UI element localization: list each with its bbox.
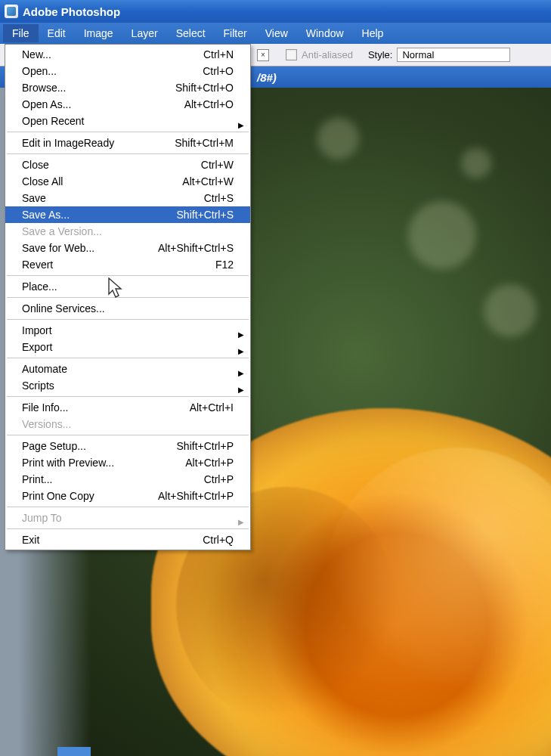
window-title: Adobe Photoshop [23,5,120,18]
menu-item-accel: Shift+Ctrl+P [177,440,234,452]
menu-item-label: Close All [22,175,182,187]
style-select[interactable]: Normal [397,48,510,62]
file-menu-item-save-for-web[interactable]: Save for Web...Alt+Shift+Ctrl+S [5,240,250,256]
file-menu-item-print-with-preview[interactable]: Print with Preview...Alt+Ctrl+P [5,454,250,471]
file-menu-item-versions: Versions... [5,416,250,432]
file-menu-item-export[interactable]: Export [5,339,250,355]
file-menu-item-print[interactable]: Print...Ctrl+P [5,471,250,488]
file-menu-item-open-as[interactable]: Open As...Alt+Ctrl+O [5,96,250,113]
menu-item-label: Import [22,324,234,336]
menu-item-label: Open Recent [22,115,234,127]
menu-separator [7,275,249,276]
menu-item-accel: Ctrl+Q [203,534,234,546]
menu-separator [7,297,249,298]
menu-item-label: Print... [22,473,204,485]
menu-separator [7,435,249,435]
menu-item-accel: Ctrl+O [203,65,234,77]
menu-item-accel: Alt+Ctrl+P [185,457,234,469]
file-menu-item-new[interactable]: New...Ctrl+N [5,46,250,63]
menu-item-accel: Shift+Ctrl+S [177,209,234,221]
menu-item-label: Print One Copy [22,490,158,502]
anti-aliased-label: Anti-aliased [302,49,353,60]
file-menu-item-close[interactable]: CloseCtrl+W [5,156,250,173]
window-titlebar[interactable]: Adobe Photoshop [0,0,551,23]
menu-item-label: Save As... [22,209,177,221]
menu-item-label: Online Services... [22,302,234,314]
menu-separator [7,319,249,320]
file-menu-item-import[interactable]: Import [5,322,250,339]
file-menu-item-scripts[interactable]: Scripts [5,377,250,394]
menu-item-label: Versions... [22,418,234,430]
file-menu-item-browse[interactable]: Browse...Shift+Ctrl+O [5,79,250,96]
anti-aliased-checkbox[interactable] [286,49,297,60]
menu-item-file[interactable]: File [3,24,39,42]
file-menu-item-online-services[interactable]: Online Services... [5,300,250,317]
menu-item-label: Save a Version... [22,225,234,237]
menu-item-edit[interactable]: Edit [39,24,75,42]
menu-item-label: File Info... [22,401,190,414]
menu-item-accel: Ctrl+N [203,48,234,60]
menu-item-label: Close [22,159,201,171]
bottom-marker [57,747,91,756]
menu-item-label: New... [22,48,203,60]
menu-item-accel: Alt+Ctrl+O [184,98,234,110]
file-menu-item-edit-in-imageready[interactable]: Edit in ImageReadyShift+Ctrl+M [5,135,250,151]
menu-item-accel: Alt+Shift+Ctrl+P [158,490,234,502]
menu-item-label: Save [22,192,204,204]
file-menu-dropdown: New...Ctrl+NOpen...Ctrl+OBrowse...Shift+… [5,44,251,550]
menu-item-window[interactable]: Window [297,24,353,42]
menu-item-label: Page Setup... [22,440,177,452]
menu-item-label: Edit in ImageReady [22,137,175,149]
menu-separator [7,396,249,397]
file-menu-item-revert[interactable]: RevertF12 [5,256,250,273]
menu-item-label: Revert [22,259,215,271]
menu-item-help[interactable]: Help [353,24,393,42]
menu-item-image[interactable]: Image [75,24,122,42]
file-menu-item-page-setup[interactable]: Page Setup...Shift+Ctrl+P [5,438,250,454]
menu-item-accel: Alt+Ctrl+I [190,401,234,414]
menu-item-accel: Ctrl+W [201,159,234,171]
menu-item-label: Automate [22,363,234,375]
menu-item-label: Scripts [22,380,234,392]
menu-item-select[interactable]: Select [167,24,215,42]
file-menu-item-save[interactable]: SaveCtrl+S [5,190,250,206]
file-menu-item-open[interactable]: Open...Ctrl+O [5,63,250,79]
file-menu-item-exit[interactable]: ExitCtrl+Q [5,531,250,548]
file-menu-item-save-a-version: Save a Version... [5,223,250,240]
menu-separator [7,132,249,132]
document-title: /8#) [257,71,277,84]
menu-item-accel: Ctrl+P [204,473,234,485]
menu-item-accel: Alt+Shift+Ctrl+S [158,242,234,254]
style-label: Style: [368,49,393,60]
menu-item-accel: Shift+Ctrl+M [175,137,234,149]
app-icon [5,5,18,18]
menu-item-label: Export [22,341,234,353]
menu-item-accel: Alt+Ctrl+W [182,175,234,187]
menu-item-layer[interactable]: Layer [122,24,167,42]
menu-item-label: Exit [22,534,203,546]
menu-item-label: Browse... [22,82,175,94]
menu-separator [7,358,249,358]
file-menu-item-close-all[interactable]: Close AllAlt+Ctrl+W [5,173,250,190]
menu-separator [7,528,249,529]
menu-item-accel: Shift+Ctrl+O [175,82,234,94]
file-menu-item-save-as[interactable]: Save As...Shift+Ctrl+S [5,206,250,223]
menu-item-label: Open As... [22,98,184,110]
menu-separator [7,507,249,507]
menu-separator [7,153,249,154]
file-menu-item-print-one-copy[interactable]: Print One CopyAlt+Shift+Ctrl+P [5,488,250,504]
file-menu-item-jump-to: Jump To [5,510,250,526]
menu-item-label: Jump To [22,512,234,524]
file-menu-item-place[interactable]: Place... [5,278,250,295]
menu-item-filter[interactable]: Filter [215,24,256,42]
file-menu-item-file-info[interactable]: File Info...Alt+Ctrl+I [5,399,250,416]
menu-item-accel: F12 [215,259,234,271]
menu-item-label: Print with Preview... [22,457,185,469]
file-menu-item-open-recent[interactable]: Open Recent [5,113,250,129]
close-box-icon[interactable]: × [257,49,269,61]
file-menu-item-automate[interactable]: Automate [5,361,250,377]
menubar: FileEditImageLayerSelectFilterViewWindow… [0,23,551,44]
menu-item-view[interactable]: View [256,24,297,42]
menu-item-label: Save for Web... [22,242,158,254]
style-select-value: Normal [402,49,434,60]
